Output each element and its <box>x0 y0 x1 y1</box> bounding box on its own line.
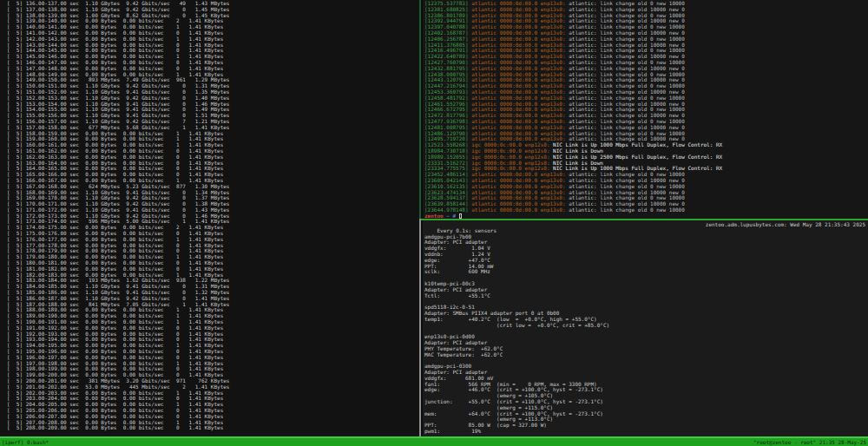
tmux-status-clock: "root@zentoo - root" 21:35 28-May-25 <box>753 438 866 446</box>
sensors-line: pwm1: 19% <box>424 429 868 435</box>
watch-host-datetime: zentoo.adm.lupusbytes.com: Wed May 28 21… <box>706 222 865 228</box>
iperf-output: [ 5] 136.00-137.00 sec 1.10 GBytes 9.42 … <box>7 1 419 431</box>
sensors-line: PPT: 85.00 W (cap = 327.00 W) <box>424 423 868 429</box>
dmesg-device: atlantic 0000:0d:00.0 enp13s0: <box>471 207 569 213</box>
tmux-terminal: { "iperf_pane": { "lines": [ "[ 5] 136.0… <box>0 0 868 446</box>
sensors-line: enp13s0-pci-0d00 <box>424 334 868 340</box>
sensors-line: Tctl: +55.1°C <box>424 293 868 299</box>
sensors-line: MAC Temperature: +62.0°C <box>424 352 868 358</box>
iperf-interval-line: [ 5] 208.00-209.00 sec 0.00 Bytes 0.00 b… <box>7 425 419 431</box>
terminal-cursor <box>459 213 462 219</box>
pane-border-vertical-top[interactable] <box>419 0 421 219</box>
sensors-line: k10temp-pci-00c3 <box>424 281 868 287</box>
shell-prompt[interactable]: zentoo ~ # <box>424 213 868 219</box>
sensors-watch-pane[interactable]: Every 0.1s: sensors zentoo.adm.lupusbyte… <box>423 220 868 436</box>
sensors-output: amdgpu-pci-7b00Adapter: PCI adaptervddgf… <box>424 234 868 435</box>
sensors-line: amdgpu-pci-7b00 <box>424 234 868 240</box>
sensors-line <box>424 275 868 281</box>
sensors-line: vddgfx: 1.04 V <box>424 246 868 252</box>
sensors-line <box>424 357 868 364</box>
iperf-pane[interactable]: [ 5] 136.00-137.00 sec 1.10 GBytes 9.42 … <box>0 0 419 436</box>
pane-border-vertical-bottom[interactable] <box>419 219 421 436</box>
sensors-line: sclk: 600 MHz <box>424 269 868 275</box>
sensors-line: vddnb: 1.24 V <box>424 252 868 258</box>
sensors-line: Adapter: PCI adapter <box>424 287 868 293</box>
sensors-line: PPT: 14.00 mW <box>424 264 868 270</box>
watch-header: Every 0.1s: sensors zentoo.adm.lupusbyte… <box>424 222 868 228</box>
sensors-line <box>424 328 868 334</box>
tmux-status-bar: [iperf] 0:bash* "root@zentoo - root" 21:… <box>0 436 868 446</box>
sensors-line: amdgpu-pci-0300 <box>424 364 868 370</box>
sensors-line <box>424 298 868 305</box>
dmesg-output: [12375.537783] atlantic 0000:0d:00.0 enp… <box>424 1 868 213</box>
dmesg-log-line: [23644.978148] atlantic 0000:0d:00.0 enp… <box>424 207 868 213</box>
dmesg-pane[interactable]: [12375.537783] atlantic 0000:0d:00.0 enp… <box>423 0 868 219</box>
tmux-session-window-tab[interactable]: [iperf] 0:bash* <box>2 438 49 446</box>
sensors-line: (crit low = +0.0°C, crit = +85.0°C) <box>424 323 868 329</box>
prompt-hostname: zentoo <box>424 213 444 219</box>
watch-interval-label: Every 0.1s: sensors <box>437 227 496 233</box>
sensors-line: Adapter: PCI adapter <box>424 239 868 246</box>
dmesg-message: atlantic: link change old 0 new 10000 <box>569 207 685 213</box>
prompt-suffix: ~ # <box>444 213 459 219</box>
